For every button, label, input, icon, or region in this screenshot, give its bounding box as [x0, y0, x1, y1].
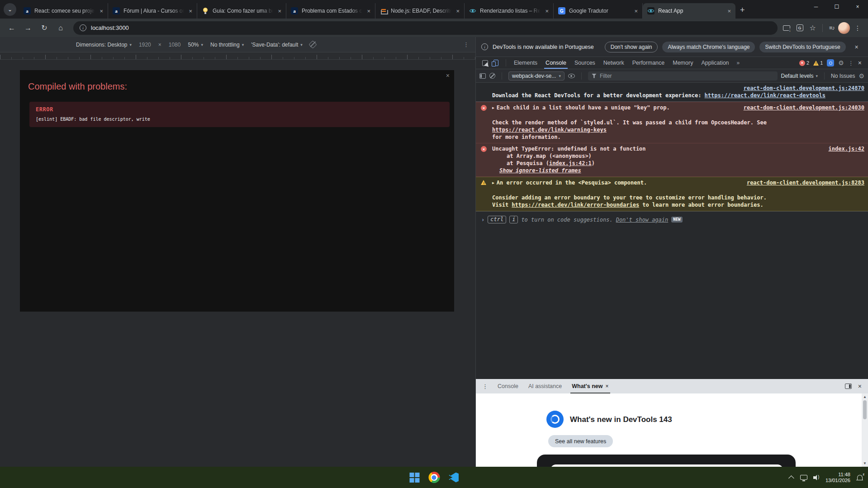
close-window-button[interactable]: × [847, 0, 868, 14]
match-language-button[interactable]: Always match Chrome's language [662, 42, 755, 52]
clear-console-icon[interactable] [489, 73, 495, 79]
drawer-tab-ai-assistance[interactable]: AI assistance [523, 379, 567, 393]
browser-tab[interactable]: Guia: Como fazer uma bo× [197, 3, 286, 19]
console-link[interactable]: https://react.dev/link/error-boundaries [512, 202, 639, 208]
translate-icon[interactable]: G [797, 24, 803, 31]
devtools-tab-sources[interactable]: Sources [570, 57, 599, 69]
install-app-icon[interactable] [783, 25, 790, 31]
browser-tab[interactable]: Renderizando listas – Rea× [465, 3, 554, 19]
warning-count-badge[interactable]: 1 [813, 60, 823, 66]
console-message-info[interactable]: react-dom-client.development.js:24870Dow… [476, 83, 868, 102]
browser-tab[interactable]: aProblema com Estados co× [286, 3, 375, 19]
execution-context-select[interactable]: webpack-dev-se... ▾ [508, 71, 564, 81]
console-sidebar-toggle-icon[interactable] [479, 73, 486, 79]
device-toolbar-menu-icon[interactable]: ⋮ [460, 41, 472, 48]
console-message-warn[interactable]: react-dom-client.development.js:8283▶An … [476, 177, 868, 211]
source-link[interactable]: react-dom-client.development.js:24030 [744, 104, 864, 111]
site-info-icon[interactable]: i [80, 24, 86, 31]
live-expression-icon[interactable] [568, 74, 575, 78]
browser-tab[interactable]: React App× [643, 3, 735, 19]
drawer-tab-console[interactable]: Console [493, 379, 523, 393]
expand-caret-icon[interactable]: ▶ [492, 106, 494, 110]
console-settings-icon[interactable]: ⚙ [859, 72, 864, 80]
scroll-up-icon[interactable]: ▲ [863, 393, 867, 400]
dimensions-select[interactable]: Dimensions: Desktop ▾ [76, 42, 132, 48]
save-data-select[interactable]: 'Save-Data': default ▾ [251, 42, 303, 48]
taskbar-clock[interactable]: 11:48 13/01/2026 [825, 472, 850, 483]
console-prompt[interactable]: › ctrl i to turn on code suggestions. Do… [476, 211, 868, 227]
scrollbar-thumb[interactable] [863, 400, 867, 419]
devtools-menu-icon[interactable]: ⋮ [848, 60, 854, 66]
back-icon[interactable]: ← [5, 21, 19, 35]
viewport-width-field[interactable]: 1920 [139, 42, 151, 48]
throttling-select[interactable]: No throttling ▾ [210, 42, 244, 48]
drawer-tab-close-icon[interactable]: × [605, 383, 608, 389]
browser-tab[interactable]: aReact: comece seu projeto× [19, 3, 108, 19]
overlay-close-icon[interactable]: × [446, 72, 450, 79]
devtools-tab-memory[interactable]: Memory [669, 57, 697, 69]
error-count-badge[interactable]: × 2 [799, 60, 809, 66]
maximize-button[interactable]: ☐ [826, 0, 847, 14]
reading-list-icon[interactable]: ≡♪ [829, 24, 835, 31]
see-all-features-button[interactable]: See all new features [548, 435, 613, 447]
issues-counter[interactable]: No Issues [831, 73, 855, 79]
tab-close-icon[interactable]: × [726, 8, 732, 14]
viewport-height-field[interactable]: 1080 [169, 42, 181, 48]
forward-icon[interactable]: → [21, 21, 35, 35]
browser-tab[interactable]: aFórum | Alura - Cursos on× [108, 3, 197, 19]
devtools-close-icon[interactable]: × [858, 59, 862, 66]
zoom-select[interactable]: 50% ▾ [188, 42, 203, 48]
drawer-dock-icon[interactable] [845, 384, 852, 389]
rotate-viewport-icon[interactable] [308, 40, 317, 48]
inspect-element-icon[interactable] [482, 60, 488, 66]
devtools-tab-console[interactable]: Console [541, 57, 570, 69]
tab-close-icon[interactable]: × [366, 8, 371, 14]
console-filter-input[interactable]: Filter [588, 71, 778, 81]
home-icon[interactable]: ⌂ [53, 21, 68, 35]
source-link[interactable]: index.js:42 [829, 145, 864, 152]
tab-close-icon[interactable]: × [99, 8, 104, 14]
address-bar[interactable]: i localhost:3000 [73, 21, 778, 35]
drawer-menu-icon[interactable]: ⋮ [479, 383, 491, 390]
console-message-error[interactable]: ×index.js:42Uncaught TypeError: undefine… [476, 143, 868, 177]
drawer-tab-what-s-new[interactable]: What's new× [567, 379, 613, 393]
notifications-bell-icon[interactable]: z [857, 475, 863, 480]
console-link[interactable]: https://react.dev/link/warning-keys [492, 127, 607, 133]
new-tab-button[interactable]: + [740, 5, 745, 15]
volume-tray-icon[interactable]: ) [813, 475, 820, 480]
extension-icon[interactable] [827, 59, 834, 66]
address-url[interactable]: localhost:3000 [91, 24, 129, 31]
log-levels-select[interactable]: Default levels ▾ [781, 73, 818, 79]
more-tabs-icon[interactable]: » [734, 60, 743, 66]
prompt-dont-show-link[interactable]: Don't show again [616, 216, 669, 223]
devtools-tab-application[interactable]: Application [697, 57, 733, 69]
browser-tab[interactable]: GGoogle Tradutor× [554, 3, 643, 19]
minimize-button[interactable]: ─ [806, 0, 826, 14]
vscode-taskbar-icon[interactable] [449, 473, 459, 483]
profile-avatar[interactable] [838, 22, 850, 34]
source-link[interactable]: react-dom-client.development.js:24870 [744, 85, 864, 91]
hidden-icons-chevron[interactable] [788, 475, 794, 481]
browser-menu-icon[interactable]: ⋮ [852, 24, 863, 32]
infobar-close-icon[interactable]: × [855, 43, 859, 51]
console-link[interactable]: https://react.dev/link/react-devtools [705, 92, 825, 99]
tab-close-icon[interactable]: × [188, 8, 193, 14]
browser-tab[interactable]: Node.js: EBADF, Descritor× [375, 3, 465, 19]
start-button-icon[interactable] [409, 473, 419, 483]
dont-show-again-button[interactable]: Don't show again [605, 42, 658, 52]
source-link[interactable]: react-dom-client.development.js:8283 [747, 179, 864, 186]
bookmark-star-icon[interactable]: ☆ [810, 24, 816, 32]
tab-close-icon[interactable]: × [633, 8, 639, 14]
chrome-taskbar-icon[interactable] [428, 472, 440, 483]
settings-gear-icon[interactable]: ⚙ [838, 59, 844, 66]
drawer-close-icon[interactable]: × [858, 383, 862, 390]
devtools-tab-network[interactable]: Network [599, 57, 628, 69]
console-link[interactable]: index.js:42:1 [549, 160, 592, 166]
devtools-tab-performance[interactable]: Performance [628, 57, 669, 69]
expand-caret-icon[interactable]: ▶ [492, 181, 494, 185]
tab-close-icon[interactable]: × [455, 8, 460, 14]
device-toolbar-toggle-icon[interactable] [493, 60, 498, 66]
console-link[interactable]: Show ignore-listed frames [499, 167, 581, 174]
devtools-tab-elements[interactable]: Elements [510, 57, 541, 69]
network-tray-icon[interactable] [800, 475, 807, 480]
